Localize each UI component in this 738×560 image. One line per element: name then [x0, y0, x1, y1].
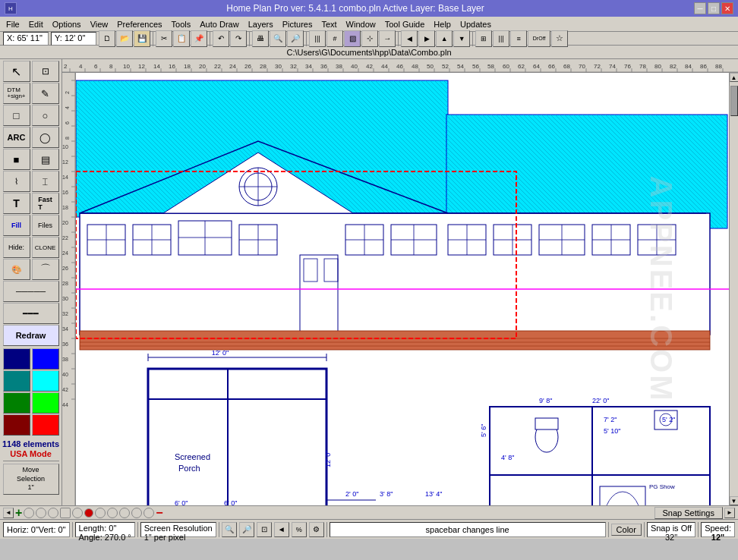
canvas-area[interactable]: 2 4 6 8 10 12 14 16 18 20 22 24 26 28 30…: [62, 59, 738, 505]
menu-autodraw[interactable]: Auto Draw: [195, 18, 243, 30]
prev-button[interactable]: ◄: [274, 522, 289, 537]
menu-view[interactable]: View: [86, 18, 113, 30]
join-button[interactable]: ⌶: [32, 171, 59, 192]
snap-icon-6[interactable]: [84, 508, 93, 518]
rect-button[interactable]: □: [3, 105, 30, 126]
tool-g[interactable]: ≡: [510, 30, 527, 47]
color-button[interactable]: Color: [611, 524, 642, 536]
tool-e[interactable]: ⊞: [475, 30, 492, 47]
thick-line-button[interactable]: ━━━: [3, 303, 59, 324]
color-swatch-5[interactable]: [3, 392, 30, 414]
zoom-in-button[interactable]: 🔍: [270, 30, 286, 47]
pencil-button[interactable]: ✎: [32, 83, 59, 104]
square-fill-button[interactable]: ■: [3, 149, 30, 170]
maximize-button[interactable]: □: [708, 2, 720, 14]
snap-button[interactable]: |||: [309, 30, 326, 47]
snap-settings-button[interactable]: Snap Settings: [654, 507, 724, 519]
zoom-out-status-button[interactable]: 🔍: [222, 522, 237, 537]
menu-window[interactable]: Window: [342, 18, 380, 30]
snap-minus-icon[interactable]: −: [156, 507, 162, 519]
fit-button[interactable]: ⊡: [257, 522, 272, 537]
line-button[interactable]: ─────: [3, 281, 59, 302]
color-swatch-3[interactable]: [3, 370, 30, 392]
tool-c[interactable]: ▲: [436, 30, 453, 47]
tool-d[interactable]: ▼: [453, 30, 470, 47]
tool-a[interactable]: ◀: [401, 30, 418, 47]
tool-h[interactable]: ☆: [551, 30, 568, 47]
menu-options[interactable]: Options: [48, 18, 86, 30]
snap-icon-7[interactable]: [95, 508, 106, 518]
drawing-surface[interactable]: APPNEE.COM: [76, 73, 729, 505]
fill-button[interactable]: Fill: [3, 215, 30, 236]
menu-updates[interactable]: Updates: [456, 18, 496, 30]
color-swatch-8[interactable]: [32, 414, 59, 436]
tool-b[interactable]: ▶: [418, 30, 435, 47]
menu-text[interactable]: Text: [317, 18, 341, 30]
menu-toolguide[interactable]: Tool Guide: [380, 18, 430, 30]
menu-file[interactable]: File: [2, 18, 24, 30]
snap-icon-10[interactable]: [131, 508, 142, 518]
snap-icon-1[interactable]: [24, 508, 34, 518]
redo-button[interactable]: ↷: [230, 30, 247, 47]
print-button[interactable]: 🖶: [252, 30, 269, 47]
arrow-button[interactable]: →: [379, 30, 396, 47]
color-swatch-1[interactable]: [3, 348, 30, 370]
menu-preferences[interactable]: Preferences: [112, 18, 166, 30]
break-button[interactable]: ⌇: [3, 171, 30, 192]
zoom-out-button[interactable]: 🔎: [287, 30, 304, 47]
snap-icon-11[interactable]: [144, 508, 154, 518]
snap-icon-8[interactable]: [107, 508, 118, 518]
config-button[interactable]: ⚙: [309, 522, 324, 537]
menu-pictures[interactable]: Pictures: [278, 18, 317, 30]
files-button[interactable]: Files: [32, 215, 59, 236]
droff-button[interactable]: DrOff: [528, 30, 550, 47]
zoom-in-status-button[interactable]: 🔎: [239, 522, 254, 537]
grid-button[interactable]: #: [326, 30, 343, 47]
scroll-up-button[interactable]: ▲: [730, 73, 739, 82]
snap-plus-icon[interactable]: +: [15, 507, 22, 519]
color-select-button[interactable]: 🎨: [3, 259, 30, 280]
snap-icon-2[interactable]: [36, 508, 46, 518]
dtm-button[interactable]: DTM+sign+: [3, 83, 30, 104]
minimize-button[interactable]: ─: [694, 2, 706, 14]
hatch-button[interactable]: ▤: [32, 149, 59, 170]
open-button[interactable]: 📂: [116, 30, 133, 47]
undo-button[interactable]: ↶: [213, 30, 229, 47]
save-button[interactable]: 💾: [134, 30, 150, 47]
menu-layers[interactable]: Layers: [244, 18, 278, 30]
new-button[interactable]: 🗋: [99, 30, 115, 47]
redraw-button[interactable]: Redraw: [3, 325, 59, 346]
scroll-down-button[interactable]: ▼: [730, 496, 739, 505]
measure-button[interactable]: ⊹: [361, 30, 378, 47]
vertical-scrollbar[interactable]: ▲ ▼: [729, 73, 738, 505]
text-button[interactable]: T: [3, 193, 30, 214]
zoom-percent-button[interactable]: %: [292, 522, 307, 537]
circle-button[interactable]: ○: [32, 105, 59, 126]
select-box-button[interactable]: ⊡: [32, 61, 59, 82]
select-button[interactable]: ▧: [344, 30, 361, 47]
arc-button[interactable]: ARC: [3, 127, 30, 148]
scroll-left-button[interactable]: ◄: [3, 508, 14, 518]
fast-text-button[interactable]: FastT: [32, 193, 59, 214]
color-swatch-2[interactable]: [32, 348, 59, 370]
snap-icon-3[interactable]: [48, 508, 58, 518]
cut-button[interactable]: ✂: [156, 30, 172, 47]
ellipse-button[interactable]: ◯: [32, 127, 59, 148]
menu-help[interactable]: Help: [429, 18, 456, 30]
color-swatch-7[interactable]: [3, 414, 30, 436]
clone-button[interactable]: CLONE: [32, 237, 59, 258]
move-selection-button[interactable]: MoveSelection1": [3, 464, 59, 495]
scroll-thumb[interactable]: [730, 86, 738, 116]
copy-button[interactable]: 📋: [173, 30, 190, 47]
curve-button[interactable]: ⌒: [32, 259, 59, 280]
paste-button[interactable]: 📌: [191, 30, 207, 47]
menu-edit[interactable]: Edit: [24, 18, 48, 30]
close-button[interactable]: ✕: [721, 2, 733, 14]
scroll-right-button[interactable]: ►: [724, 508, 735, 518]
menu-tools[interactable]: Tools: [167, 18, 196, 30]
snap-icon-4[interactable]: [60, 508, 71, 518]
hide-button[interactable]: Hide:: [3, 237, 30, 258]
color-swatch-4[interactable]: [32, 370, 59, 392]
snap-icon-9[interactable]: [119, 508, 130, 518]
snap-icon-5[interactable]: [72, 508, 83, 518]
